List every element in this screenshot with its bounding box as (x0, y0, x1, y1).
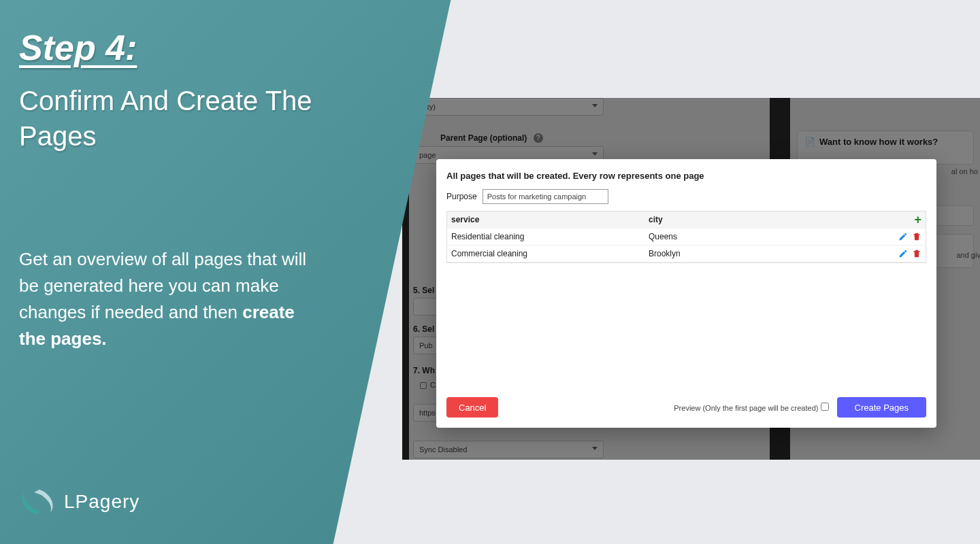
header-service: service (451, 215, 649, 224)
header-city: city (649, 215, 874, 224)
cell-service: Commercial cleaning (451, 249, 649, 258)
table-row: Commercial cleaning Brooklyn (447, 245, 926, 262)
cell-service: Residential cleaning (451, 232, 649, 241)
embedded-screenshot: (city) Parent Page (optional) ? page 5. … (402, 98, 980, 460)
pages-table: service city + Residential cleaning Quee… (446, 211, 926, 263)
preview-label-text: Preview (Only the first page will be cre… (674, 404, 818, 412)
create-pages-button[interactable]: Create Pages (837, 397, 927, 418)
cell-city: Brooklyn (649, 249, 874, 258)
delete-row-button[interactable] (912, 232, 921, 242)
cancel-button[interactable]: Cancel (446, 397, 498, 418)
step-subtitle: Confirm And Create The Pages (19, 83, 366, 154)
purpose-label: Purpose (446, 192, 477, 201)
step-title: Step 4: (19, 27, 366, 68)
confirm-pages-modal: All pages that will be created. Every ro… (436, 159, 936, 428)
preview-checkbox-label[interactable]: Preview (Only the first page will be cre… (674, 403, 828, 412)
delete-row-button[interactable] (912, 249, 921, 259)
logo: LPagery (20, 487, 140, 517)
logo-icon (20, 487, 54, 517)
purpose-input[interactable] (483, 189, 608, 204)
table-header-row: service city + (447, 211, 926, 228)
modal-title: All pages that will be created. Every ro… (436, 159, 936, 189)
preview-checkbox[interactable] (821, 403, 829, 411)
step-description: Get an overview of all pages that will b… (19, 246, 322, 352)
table-row: Residential cleaning Queens (447, 228, 926, 245)
add-row-button[interactable]: + (914, 213, 921, 227)
cell-city: Queens (649, 232, 874, 241)
edit-row-button[interactable] (898, 249, 908, 259)
logo-text: LPagery (64, 491, 140, 513)
edit-row-button[interactable] (898, 232, 908, 242)
